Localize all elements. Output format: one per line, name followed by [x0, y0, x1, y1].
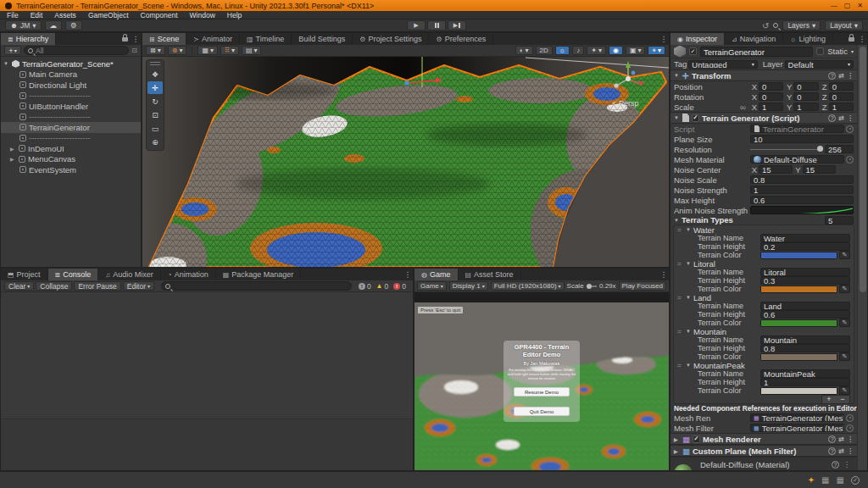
console-search-input[interactable] [161, 281, 352, 291]
expand-arrow-icon[interactable]: ▶ [10, 156, 16, 162]
resume-demo-button[interactable]: Resume Demo [514, 387, 570, 396]
scale-slider[interactable] [587, 286, 597, 287]
terrain-types-size-field[interactable]: 5 [825, 216, 854, 225]
kebab-menu-icon[interactable]: ⋮ [847, 435, 854, 443]
tab-animator[interactable]: ≻Animator [186, 33, 240, 45]
scale-y-field[interactable]: 1 [793, 103, 818, 111]
terrain-color-swatch[interactable] [760, 319, 837, 327]
tab-project-settings[interactable]: ⚙Project Settings [353, 33, 429, 45]
terrain-height-field[interactable]: 0.2 [760, 242, 850, 251]
transform-header[interactable]: ▼ ✛ Transform ? ⇄ ⋮ [670, 69, 857, 81]
hierarchy-item-menucanvas[interactable]: ▶MenuCanvas [1, 154, 141, 165]
foldout-icon[interactable]: ▶ [674, 448, 680, 454]
snap-increment-dropdown[interactable]: ⠿▾ [220, 46, 239, 55]
menu-file[interactable]: File [7, 11, 19, 19]
noise-center-x-field[interactable]: 15 [759, 165, 793, 174]
2d-toggle[interactable]: 2D [536, 46, 553, 55]
foldout-icon[interactable]: ▼ [674, 73, 680, 78]
hierarchy-item-scene[interactable]: ▼ TerrainGenerator_Scene* [1, 58, 141, 69]
quit-demo-button[interactable]: Quit Demo [514, 407, 570, 416]
foldout-icon[interactable]: ▼ [686, 295, 692, 300]
view-hand-tool[interactable]: ❖ [147, 68, 163, 80]
mesh-renderer-header[interactable]: ▶ ▦ ✓ Mesh Renderer ? ⇄ ⋮ [670, 433, 857, 445]
script-object-field[interactable]: TerrainGenerator [750, 125, 844, 133]
noise-center-y-field[interactable]: 15 [803, 165, 837, 174]
menu-assets[interactable]: Assets [54, 11, 76, 19]
resolution-dropdown[interactable]: Full HD (1920x1080)▾ [491, 281, 565, 291]
remove-element-button[interactable]: − [836, 396, 849, 403]
terrain-color-swatch[interactable] [760, 286, 837, 293]
gizmos-dropdown[interactable]: ⌖▾ [648, 46, 665, 55]
terrain-height-field[interactable]: 0.6 [760, 310, 850, 319]
tab-build-settings[interactable]: Build Settings [292, 33, 353, 45]
scale-x-field[interactable]: 1 [759, 103, 783, 111]
scene-viewport[interactable]: ❖ ✛ ↻ ⊡ ▭ ⊕ [142, 57, 669, 267]
maximize-button[interactable]: ▢ [844, 2, 851, 9]
static-dropdown-icon[interactable]: ▾ [851, 48, 854, 54]
resolution-field[interactable]: 256 [825, 145, 854, 153]
tab-preferences[interactable]: ⚙Preferences [429, 33, 493, 45]
terrain-color-swatch[interactable] [760, 353, 837, 361]
presets-icon[interactable]: ⇄ [838, 447, 844, 455]
layer-dropdown[interactable]: Default▾ [785, 60, 854, 69]
help-icon[interactable]: ? [828, 447, 836, 455]
noise-strength-field[interactable]: 1 [750, 186, 854, 194]
foldout-icon[interactable]: ▼ [686, 261, 692, 266]
tab-inspector[interactable]: ◉Inspector [670, 33, 725, 45]
kebab-menu-icon[interactable]: ⋮ [659, 33, 669, 45]
tab-game[interactable]: ◍Game [415, 269, 459, 280]
menu-edit[interactable]: Edit [31, 11, 43, 19]
gameobject-name-field[interactable]: TerrainGenerator [700, 47, 813, 57]
presets-icon[interactable]: ⇄ [838, 114, 844, 122]
terrain-color-swatch[interactable] [760, 252, 837, 259]
plane-size-field[interactable]: 10 [750, 135, 854, 143]
hidden-objects-toggle[interactable]: ◉ [609, 46, 623, 55]
search-icon[interactable] [773, 23, 778, 28]
resolution-slider[interactable] [750, 145, 823, 153]
tab-asset-store[interactable]: ▤Asset Store [459, 269, 521, 280]
kebab-menu-icon[interactable]: ⋮ [857, 33, 867, 45]
kebab-menu-icon[interactable]: ⋮ [843, 461, 850, 469]
terrain-generator-header[interactable]: ▼ ✓ Terrain Generator (Script) ? ⇄ ⋮ [670, 112, 857, 124]
presets-icon[interactable]: ⇄ [838, 435, 844, 443]
window-titlebar[interactable]: TerrainGenerator - TerrainGenerator_Scen… [0, 0, 868, 11]
collab-activity-icon[interactable]: ✦ [808, 475, 815, 485]
hierarchy-search-input[interactable]: All [24, 46, 129, 55]
close-button[interactable]: ✕ [857, 2, 863, 9]
tool-settings-dropdown[interactable]: ⊠▾ [146, 46, 165, 55]
kebab-menu-icon[interactable]: ⋮ [847, 72, 854, 80]
foldout-icon[interactable]: ▼ [686, 227, 692, 232]
tab-console[interactable]: ≣Console [48, 269, 99, 280]
hierarchy-item-main-camera[interactable]: Main Camera [1, 69, 141, 80]
info-count-badge[interactable]: !0 [359, 282, 371, 291]
rect-tool[interactable]: ▭ [147, 122, 163, 135]
rotate-tool[interactable]: ↻ [147, 95, 163, 108]
terrain-type-land[interactable]: =▼Land [674, 293, 854, 302]
scene-render[interactable]: < Persp [142, 57, 669, 267]
minimize-button[interactable]: — [831, 2, 837, 9]
terrain-name-field[interactable]: Litoral [760, 268, 850, 276]
lock-icon[interactable] [122, 37, 128, 42]
display-dropdown[interactable]: Display 1▾ [449, 281, 488, 291]
game-viewport[interactable]: Press 'Esc' to quit GPR4400 - Terrain Ed… [415, 292, 669, 470]
terrain-type-litoral[interactable]: =▼Litoral [674, 259, 854, 268]
menu-gameobject[interactable]: GameObject [88, 11, 129, 19]
object-picker-icon[interactable] [846, 125, 854, 133]
console-log-list[interactable] [1, 292, 413, 419]
drag-handle-icon[interactable]: = [677, 328, 684, 336]
menu-help[interactable]: Help [227, 11, 242, 19]
static-checkbox[interactable] [816, 47, 824, 55]
eyedropper-icon[interactable]: ✎ [839, 319, 850, 327]
tab-timeline[interactable]: ▥Timeline [240, 33, 292, 45]
tab-package-manager[interactable]: ▦Package Manager [216, 269, 302, 280]
tab-audio-mixer[interactable]: ♫Audio Mixer [98, 269, 161, 280]
kebab-menu-icon[interactable]: ⋮ [847, 447, 854, 455]
layers-dropdown[interactable]: Layers ▾ [782, 20, 821, 30]
anim-noise-curve-field[interactable] [750, 206, 854, 214]
terrain-name-field[interactable]: Water [760, 234, 850, 242]
baked-lighting-icon[interactable]: ▦ [821, 475, 829, 485]
object-picker-icon[interactable] [846, 156, 854, 164]
terrain-name-field[interactable]: Mountain [760, 336, 850, 344]
kebab-menu-icon[interactable]: ⋮ [847, 114, 854, 122]
position-z-field[interactable]: 0 [829, 82, 854, 91]
